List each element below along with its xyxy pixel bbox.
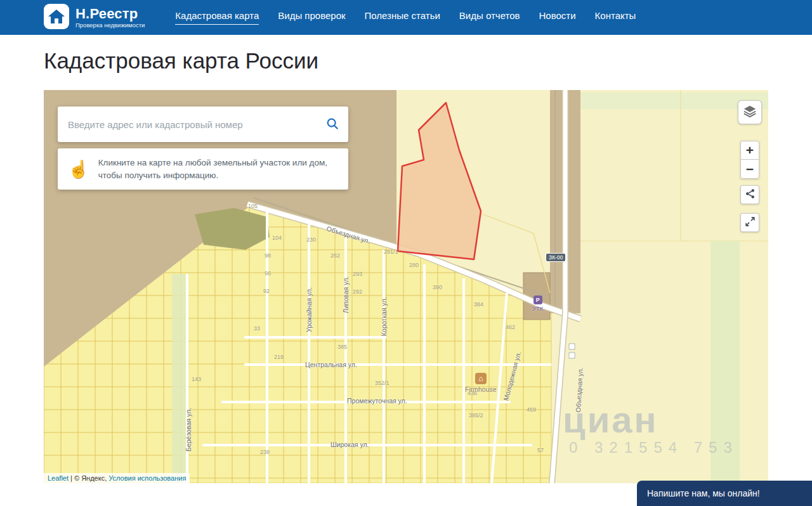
attribution-separator: | ©: [69, 474, 81, 482]
share-button[interactable]: [740, 185, 759, 204]
chat-widget-text: Напишите нам, мы онлайн!: [647, 488, 760, 498]
search-button[interactable]: [325, 117, 339, 133]
layers-icon: [743, 104, 757, 120]
logo-subtitle: Проверка недвижимости: [75, 22, 145, 29]
map-hint-card: ☝ Кликните на карте на любой земельный у…: [58, 148, 348, 190]
attribution-provider: Яндекс,: [81, 474, 108, 482]
page-title: Кадастровая карта России: [44, 46, 812, 75]
layers-button[interactable]: [738, 100, 762, 124]
logo-title: Н.Реестр: [75, 6, 145, 21]
nav-item-2[interactable]: Виды проверок: [278, 10, 345, 25]
search-icon: [325, 117, 339, 133]
main-nav: Кадастровая картаВиды проверокПолезные с…: [175, 10, 636, 25]
search-input[interactable]: [68, 119, 325, 130]
transit-stop-icon: [569, 344, 575, 349]
nav-item-6[interactable]: Контакты: [595, 10, 636, 25]
nav-item-5[interactable]: Новости: [539, 10, 575, 25]
share-icon: [745, 188, 756, 202]
green-lane: [172, 274, 186, 483]
map-attribution: Leaflet | © Яндекс, Условия использовани…: [44, 473, 190, 483]
logo-text: Н.Реестр Проверка недвижимости: [75, 6, 145, 29]
nav-item-1[interactable]: Кадастровая карта: [175, 10, 259, 25]
nav-item-3[interactable]: Полезные статьи: [365, 10, 440, 25]
nav-item-4[interactable]: Виды отчетов: [459, 10, 520, 25]
map-container[interactable]: Объездная ул.Объездная ул.Урожайная ул.Л…: [44, 90, 768, 483]
logo-house-icon: [44, 4, 69, 32]
hand-click-icon: ☝: [68, 159, 89, 179]
zoom-in-button[interactable]: +: [740, 141, 759, 160]
hint-text: Кликните на карте на любой земельный уча…: [98, 157, 338, 181]
zoom-control: + −: [740, 141, 759, 179]
zoom-out-button[interactable]: −: [740, 160, 759, 179]
logo[interactable]: Н.Реестр Проверка недвижимости: [44, 4, 145, 32]
header: Н.Реестр Проверка недвижимости Кадастров…: [0, 0, 812, 35]
fullscreen-icon: [745, 216, 756, 230]
map-green-strip-right: [710, 241, 740, 483]
map-search-card: [58, 107, 348, 142]
terms-link[interactable]: Условия использования: [108, 474, 186, 482]
map-controls: + −: [738, 100, 762, 232]
transit-stop-icon: [569, 353, 575, 358]
chat-widget[interactable]: Напишите нам, мы онлайн!: [637, 481, 812, 506]
leaflet-link[interactable]: Leaflet: [48, 474, 69, 482]
fullscreen-button[interactable]: [740, 213, 759, 232]
